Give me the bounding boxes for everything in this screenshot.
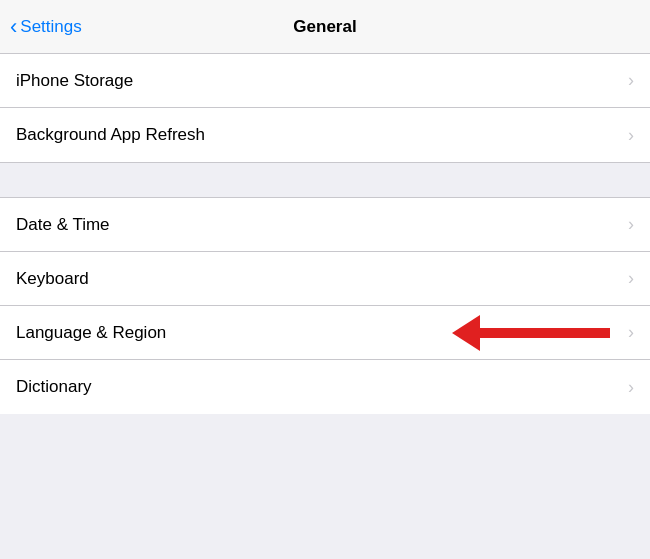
- section-2: Date & Time › Keyboard › Language & Regi…: [0, 198, 650, 414]
- iphone-storage-label: iPhone Storage: [16, 71, 133, 91]
- list-item-iphone-storage[interactable]: iPhone Storage ›: [0, 54, 650, 108]
- language-region-label: Language & Region: [16, 323, 166, 343]
- chevron-right-icon: ›: [628, 125, 634, 146]
- arrow-head-icon: [452, 315, 480, 351]
- list-item-keyboard[interactable]: Keyboard ›: [0, 252, 650, 306]
- page-title: General: [293, 17, 356, 37]
- chevron-right-icon: ›: [628, 268, 634, 289]
- back-button[interactable]: ‹ Settings: [10, 16, 82, 38]
- date-time-label: Date & Time: [16, 215, 110, 235]
- list-item-language-region[interactable]: Language & Region ›: [0, 306, 650, 360]
- section-divider: [0, 162, 650, 198]
- chevron-right-icon: ›: [628, 322, 634, 343]
- list-item-dictionary[interactable]: Dictionary ›: [0, 360, 650, 414]
- background-app-refresh-label: Background App Refresh: [16, 125, 205, 145]
- section-1: iPhone Storage › Background App Refresh …: [0, 54, 650, 162]
- chevron-right-icon: ›: [628, 70, 634, 91]
- list-item-background-app-refresh[interactable]: Background App Refresh ›: [0, 108, 650, 162]
- chevron-right-icon: ›: [628, 377, 634, 398]
- back-label: Settings: [20, 17, 81, 37]
- list-item-date-time[interactable]: Date & Time ›: [0, 198, 650, 252]
- keyboard-label: Keyboard: [16, 269, 89, 289]
- back-chevron-icon: ‹: [10, 16, 17, 38]
- red-arrow-graphic: [452, 315, 610, 351]
- chevron-right-icon: ›: [628, 214, 634, 235]
- highlight-arrow: [452, 315, 610, 351]
- arrow-shaft-icon: [480, 328, 610, 338]
- dictionary-label: Dictionary: [16, 377, 92, 397]
- navigation-bar: ‹ Settings General: [0, 0, 650, 54]
